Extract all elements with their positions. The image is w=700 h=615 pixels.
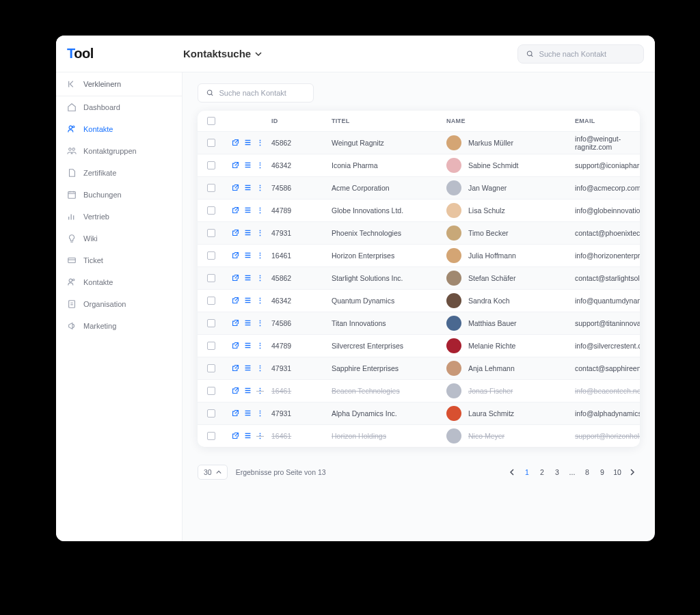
row-checkbox[interactable] [207,432,215,440]
sidebar-item-vertrieb[interactable]: Vertrieb [56,206,182,228]
sidebar-item-zertifikate[interactable]: Zertifikate [56,162,182,184]
open-icon[interactable] [232,432,240,440]
row-email: info@beacontech.net [575,387,640,395]
row-id: 47931 [271,364,326,372]
open-icon[interactable] [232,206,240,215]
open-icon[interactable] [232,387,240,395]
more-icon[interactable]: ⋮ [256,319,264,327]
open-icon[interactable] [232,297,240,305]
more-icon[interactable]: ⋮ [256,274,264,282]
pager-page-1[interactable]: 1 [520,465,535,480]
list-icon[interactable] [244,139,252,147]
open-icon[interactable] [232,342,240,350]
more-icon[interactable]: ⋮ [256,342,264,350]
more-icon[interactable]: ⋮ [256,364,264,372]
sidebar-item-label: Zertifikate [83,169,116,177]
sidebar-item-kontakte[interactable]: Kontakte [56,271,182,293]
sidebar-item-buchungen[interactable]: Buchungen [56,184,182,206]
open-icon[interactable] [232,364,240,372]
sidebar-collapse[interactable]: Verkleinern [56,72,182,96]
row-title: Globe Innovations Ltd. [332,206,441,215]
row-id: 16461 [271,251,326,260]
row-checkbox[interactable] [207,364,215,372]
more-icon[interactable]: ⋮ [256,161,264,169]
row-checkbox[interactable] [207,139,215,147]
row-checkbox[interactable] [207,161,215,169]
sidebar-item-kontakte[interactable]: Kontakte [56,118,182,140]
local-search[interactable] [198,83,314,102]
more-icon[interactable]: ⋮ [256,432,264,440]
local-search-input[interactable] [219,89,305,97]
row-email: support@titaninnovations.org [575,319,640,327]
open-icon[interactable] [232,229,240,237]
more-icon[interactable]: ⋮ [256,229,264,237]
list-icon[interactable] [244,229,252,237]
avatar [446,203,461,218]
list-icon[interactable] [244,251,252,260]
pager-page-8[interactable]: 8 [580,465,595,480]
row-checkbox[interactable] [207,251,215,260]
list-icon[interactable] [244,409,252,418]
row-checkbox[interactable] [207,184,215,192]
row-checkbox[interactable] [207,206,215,215]
row-checkbox[interactable] [207,229,215,237]
more-icon[interactable]: ⋮ [256,387,264,395]
table-row: ⋮44789Globe Innovations Ltd.Lisa Schulzi… [198,199,640,221]
list-icon[interactable] [244,387,252,395]
list-icon[interactable] [244,319,252,327]
bulb-icon [67,234,77,243]
pager-page-2[interactable]: 2 [535,465,550,480]
sidebar-item-dashboard[interactable]: Dashboard [56,96,182,118]
list-icon[interactable] [244,432,252,440]
open-icon[interactable] [232,184,240,192]
page-title-dropdown[interactable]: Kontaktsuche [183,48,262,59]
table-row: ⋮47931Sapphire EnterprisesAnja Lehmannco… [198,357,640,379]
row-checkbox[interactable] [207,297,215,305]
open-icon[interactable] [232,251,240,260]
pager-page-9[interactable]: 9 [595,465,610,480]
more-icon[interactable]: ⋮ [256,184,264,192]
pager-next[interactable] [625,465,640,480]
pager-page-10[interactable]: 10 [610,465,625,480]
row-name: Matthias Bauer [468,319,517,327]
more-icon[interactable]: ⋮ [256,409,264,418]
row-checkbox[interactable] [207,319,215,327]
list-icon[interactable] [244,274,252,282]
sidebar-item-organisation[interactable]: Organisation [56,293,182,315]
list-icon[interactable] [244,297,252,305]
list-icon[interactable] [244,364,252,372]
list-icon[interactable] [244,184,252,192]
open-icon[interactable] [232,274,240,282]
more-icon[interactable]: ⋮ [256,297,264,305]
row-email: info@weingut-ragnitz.com [575,135,630,151]
global-search-input[interactable] [539,50,635,58]
avatar [446,226,461,241]
users-icon [67,124,77,134]
list-icon[interactable] [244,206,252,215]
more-icon[interactable]: ⋮ [256,251,264,260]
sidebar-item-wiki[interactable]: Wiki [56,228,182,249]
sidebar-item-kontaktgruppen[interactable]: Kontaktgruppen [56,140,182,162]
open-icon[interactable] [232,139,240,147]
sidebar-item-marketing[interactable]: Marketing [56,315,182,337]
svg-point-2 [72,126,75,128]
select-all-checkbox[interactable] [207,117,215,125]
row-checkbox[interactable] [207,409,215,418]
row-checkbox[interactable] [207,274,215,282]
page-size-select[interactable]: 30 [198,465,228,480]
more-icon[interactable]: ⋮ [256,206,264,215]
row-checkbox[interactable] [207,387,215,395]
open-icon[interactable] [232,409,240,418]
pager-page-3[interactable]: 3 [550,465,565,480]
open-icon[interactable] [232,161,240,169]
open-icon[interactable] [232,319,240,327]
pager-prev[interactable] [504,465,520,480]
more-icon[interactable]: ⋮ [256,139,264,147]
row-title: Beacon Technologies [332,387,441,395]
global-search[interactable] [517,44,644,64]
row-checkbox[interactable] [207,342,215,350]
row-name: Jan Wagner [468,184,507,192]
list-icon[interactable] [244,342,252,350]
sidebar-item-ticket[interactable]: Ticket [56,249,182,271]
list-icon[interactable] [244,161,252,169]
